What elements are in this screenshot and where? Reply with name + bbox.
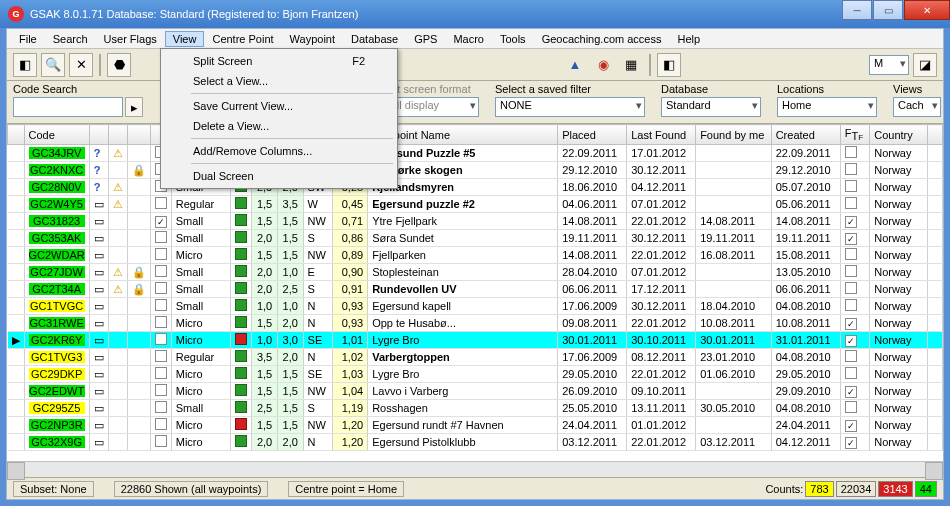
saved-filter-select[interactable]: NONE [495,97,645,117]
table-row[interactable]: GC31RWE▭Micro1,52,0N0,93Opp te Husabø...… [8,315,943,332]
ftf-checkbox[interactable]: ✓ [845,318,857,330]
table-row[interactable]: GC27JDW▭⚠🔒Small2,01,0E0,90Stoplesteinan2… [8,264,943,281]
menu-help[interactable]: Help [669,31,708,47]
view-menu-dual-screen[interactable]: Dual Screen [163,166,395,186]
ftf-checkbox[interactable]: ✓ [845,335,857,347]
ftf-checkbox[interactable] [845,299,857,311]
m-dropdown[interactable]: M [869,55,909,75]
col-header[interactable]: FTF [840,125,870,145]
table-row[interactable]: GC2WDAR▭Micro1,51,5NW0,89Fjellparken14.0… [8,247,943,264]
col-header[interactable]: Country [870,125,928,145]
checkbox[interactable] [155,333,167,345]
maximize-button[interactable]: ▭ [873,0,903,20]
menu-view[interactable]: View [165,31,205,47]
ftf-checkbox[interactable]: ✓ [845,216,857,228]
ftf-checkbox[interactable]: ✓ [845,420,857,432]
locations-select[interactable]: Home [777,97,877,117]
ftf-checkbox[interactable] [845,401,857,413]
table-row[interactable]: GC2NP3R▭Micro1,51,5NW1,20Egersund rundt … [8,417,943,434]
table-row[interactable]: GC2KNXC?🔒en mørke skogen29.12.201030.12.… [8,162,943,179]
database-select[interactable]: Standard [661,97,761,117]
menu-tools[interactable]: Tools [492,31,534,47]
tool-globe-icon[interactable]: ▲ [563,53,587,77]
menu-user-flags[interactable]: User Flags [96,31,165,47]
checkbox[interactable] [155,367,167,379]
checkbox[interactable] [155,197,167,209]
tool-db-icon[interactable]: ⬣ [107,53,131,77]
tool-options-icon[interactable]: ◪ [913,53,937,77]
code-search-input[interactable] [13,97,123,117]
ftf-checkbox[interactable] [845,180,857,192]
menu-database[interactable]: Database [343,31,406,47]
col-header[interactable] [108,125,127,145]
table-row[interactable]: ▶GC2KR6Y▭Micro1,03,0SE1,01Lygre Bro30.01… [8,332,943,349]
code-search-go[interactable]: ▸ [125,97,143,117]
tool-palette-icon[interactable]: ▦ [619,53,643,77]
table-row[interactable]: GC29DKP▭Micro1,51,5SE1,03Lygre Bro29.05.… [8,366,943,383]
menu-search[interactable]: Search [45,31,96,47]
table-row[interactable]: GC1TVG3▭Regular3,52,0N1,02Varbergtoppen1… [8,349,943,366]
table-row[interactable]: GC34JRV?⚠Egersund Puzzle #522.09.201117.… [8,145,943,162]
table-row[interactable]: GC353AK▭Small2,01,5S0,86Søra Sundet19.11… [8,230,943,247]
ftf-checkbox[interactable] [845,146,857,158]
ftf-checkbox[interactable] [845,265,857,277]
tool-flag-icon[interactable]: ◧ [657,53,681,77]
checkbox[interactable] [155,282,167,294]
table-row[interactable]: GC31823▭✓Small1,51,5NW0,71Ytre Fjellpark… [8,213,943,230]
ftf-checkbox[interactable] [845,282,857,294]
ftf-checkbox[interactable] [845,163,857,175]
table-row[interactable]: GC2EDWT▭Micro1,51,5NW1,04Lavvo i Varberg… [8,383,943,400]
table-row[interactable]: GC2T34A▭⚠🔒Small2,02,5S0,91Rundevollen UV… [8,281,943,298]
ftf-checkbox[interactable] [845,248,857,260]
menu-geocaching-com-access[interactable]: Geocaching.com access [534,31,670,47]
minimize-button[interactable]: ─ [842,0,872,20]
ftf-checkbox[interactable]: ✓ [845,233,857,245]
checkbox[interactable] [155,299,167,311]
col-header[interactable]: Placed [558,125,627,145]
view-menu-split-screen[interactable]: Split ScreenF2 [163,51,395,71]
view-menu-add-remove-columns-[interactable]: Add/Remove Columns... [163,141,395,161]
ftf-checkbox[interactable] [845,367,857,379]
table-row[interactable]: GC1TVGC▭Small1,01,0N0,93Egersund kapell1… [8,298,943,315]
checkbox[interactable] [155,265,167,277]
table-row[interactable]: GC295Z5▭Small2,51,5S1,19Rosshagen25.05.2… [8,400,943,417]
menu-waypoint[interactable]: Waypoint [282,31,343,47]
col-header[interactable]: Last Found [627,125,696,145]
close-button[interactable]: ✕ [904,0,950,20]
tool-zoom-icon[interactable]: 🔍 [41,53,65,77]
checkbox[interactable]: ✓ [155,216,167,228]
col-header[interactable] [127,125,150,145]
waypoint-grid[interactable]: CodeContainerDTBrgLastWaypoint NamePlace… [7,124,943,461]
view-menu-delete-a-view-[interactable]: Delete a View... [163,116,395,136]
ftf-checkbox[interactable] [845,197,857,209]
menu-file[interactable]: File [11,31,45,47]
checkbox[interactable] [155,401,167,413]
views-select[interactable]: Cach [893,97,941,117]
tool-icon[interactable]: ◧ [13,53,37,77]
checkbox[interactable] [155,435,167,447]
col-header[interactable] [89,125,108,145]
ftf-checkbox[interactable]: ✓ [845,437,857,449]
checkbox[interactable] [155,418,167,430]
checkbox[interactable] [155,350,167,362]
col-header[interactable]: Created [771,125,840,145]
view-menu-save-current-view-[interactable]: Save Current View... [163,96,395,116]
horizontal-scrollbar[interactable] [7,461,943,477]
menu-gps[interactable]: GPS [406,31,445,47]
tool-disc-icon[interactable]: ◉ [591,53,615,77]
table-row[interactable]: GC32X9G▭Micro2,02,0N1,20Egersund Pistolk… [8,434,943,451]
col-header[interactable] [8,125,25,145]
menu-centre-point[interactable]: Centre Point [204,31,281,47]
col-header[interactable] [928,125,943,145]
ftf-checkbox[interactable]: ✓ [845,386,857,398]
col-header[interactable]: Found by me [696,125,772,145]
tool-delete-icon[interactable]: ✕ [69,53,93,77]
menu-macro[interactable]: Macro [445,31,492,47]
checkbox[interactable] [155,316,167,328]
checkbox[interactable] [155,248,167,260]
table-row[interactable]: GC2W4Y5▭⚠Regular1,53,5W0,45Egersund puzz… [8,196,943,213]
table-row[interactable]: GC28N0V?⚠Small2,02,0SW0,28Kjellandsmyren… [8,179,943,196]
checkbox[interactable] [155,231,167,243]
col-header[interactable]: Code [24,125,89,145]
view-menu-select-a-view-[interactable]: Select a View... [163,71,395,91]
